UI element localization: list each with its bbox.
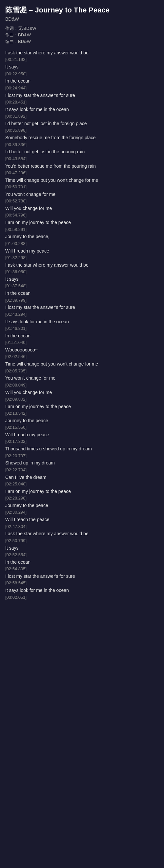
- lyric-timestamp: [02:05.795]: [5, 368, 159, 375]
- lyric-text: I ask the star where my answer would be: [5, 530, 159, 537]
- lyric-timestamp: [01:36.050]: [5, 269, 159, 276]
- lyric-block: Will I reach my peace[02:17.302]: [5, 431, 159, 445]
- lyric-block: Time will change but you won't change fo…: [5, 360, 159, 374]
- lyric-block: It says[01:37.548]: [5, 276, 159, 289]
- lyric-timestamp: [00:31.892]: [5, 113, 159, 120]
- lyric-block: Journey to the peace[02:15.550]: [5, 417, 159, 431]
- lyric-timestamp: [03:02.051]: [5, 594, 159, 601]
- lyric-block: You won't change for me[02:08.049]: [5, 374, 159, 389]
- lyric-block: I ask the star where my answer would be[…: [5, 49, 159, 63]
- lyric-timestamp: [02:50.799]: [5, 537, 159, 545]
- lyric-text: Will I reach the peace: [5, 516, 159, 523]
- lyric-timestamp: [00:22.950]: [5, 71, 159, 78]
- lyric-timestamp: [02:22.794]: [5, 467, 159, 474]
- lyric-text: It says look for me in the ocean: [5, 106, 159, 113]
- page-container: 陈雪凝 – Journey to The Peace BD&W 作词：无/BD&…: [5, 5, 159, 601]
- lyric-block: Will I reach my peace[01:32.298]: [5, 247, 159, 261]
- lyric-timestamp: [02:54.805]: [5, 566, 159, 572]
- lyric-timestamp: [02:20.797]: [5, 453, 159, 460]
- lyric-text: Will I reach my peace: [5, 431, 159, 438]
- lyric-timestamp: [00:50.791]: [5, 184, 159, 191]
- lyric-text: Thousand times u showed up in my dream: [5, 445, 159, 452]
- lyric-text: Will you change for me: [5, 205, 159, 212]
- lyric-timestamp: [00:24.944]: [5, 85, 159, 92]
- lyric-timestamp: [02:25.048]: [5, 481, 159, 488]
- lyric-timestamp: [02:17.302]: [5, 438, 159, 445]
- lyric-text: You'd better rescue me from the pouring …: [5, 162, 159, 170]
- lyric-timestamp: [01:32.298]: [5, 254, 159, 261]
- lyric-block: Can I live the dream[02:25.048]: [5, 474, 159, 488]
- lyric-text: Showed up in my dream: [5, 459, 159, 466]
- lyric-text: Journey to the peace: [5, 502, 159, 509]
- lyric-timestamp: [00:47.296]: [5, 170, 159, 177]
- lyric-text: In the ocean: [5, 289, 159, 297]
- lyric-timestamp: [01:39.799]: [5, 297, 159, 304]
- lyric-text: I ask the star where my answer would be: [5, 261, 159, 269]
- lyric-block: I am on my journey to the peace[02:28.29…: [5, 488, 159, 502]
- lyric-timestamp: [00:43.584]: [5, 156, 159, 162]
- lyric-block: Will you change for me[02:09.802]: [5, 389, 159, 403]
- lyric-text: Will I reach my peace: [5, 247, 159, 254]
- lyric-block: Time will change but you won't change fo…: [5, 177, 159, 191]
- lyric-timestamp: [00:35.898]: [5, 127, 159, 134]
- meta-line: 编曲：BD&W: [5, 39, 159, 44]
- lyric-timestamp: [02:13.542]: [5, 410, 159, 417]
- lyric-timestamp: [02:08.049]: [5, 382, 159, 389]
- lyric-text: I lost my star the answer's for sure: [5, 572, 159, 580]
- lyric-text: It says: [5, 63, 159, 70]
- lyric-block: It says[00:22.950]: [5, 63, 159, 77]
- lyric-block: It says[02:52.554]: [5, 545, 159, 558]
- lyric-text: I ask the star where my answer would be: [5, 49, 159, 56]
- lyric-text: Can I live the dream: [5, 474, 159, 481]
- lyric-timestamp: [01:46.801]: [5, 325, 159, 332]
- lyric-timestamp: [00:39.336]: [5, 142, 159, 148]
- lyric-timestamp: [01:37.548]: [5, 283, 159, 289]
- lyric-block: You'd better rescue me from the pouring …: [5, 162, 159, 177]
- lyric-text: Journey to the peace: [5, 417, 159, 424]
- lyric-block: I ask the star where my answer would be[…: [5, 530, 159, 544]
- lyric-text: It says look for me in the ocean: [5, 318, 159, 325]
- lyric-block: Will you change for me[00:54.796]: [5, 205, 159, 219]
- lyric-text: I lost my star the answer's for sure: [5, 92, 159, 99]
- lyric-text: I'd better not get lost in the pouring r…: [5, 148, 159, 155]
- lyric-timestamp: [02:28.298]: [5, 495, 159, 502]
- lyric-text: You won't change for me: [5, 191, 159, 198]
- lyric-timestamp: [02:30.294]: [5, 509, 159, 516]
- lyric-timestamp: [00:28.451]: [5, 99, 159, 106]
- lyric-timestamp: [02:52.554]: [5, 552, 159, 558]
- song-title: 陈雪凝 – Journey to The Peace: [5, 5, 159, 15]
- lyric-block: Journey to the peace[02:30.294]: [5, 502, 159, 516]
- lyric-timestamp: [01:43.294]: [5, 311, 159, 318]
- lyric-text: Time will change but you won't change fo…: [5, 177, 159, 184]
- lyric-text: You won't change for me: [5, 374, 159, 381]
- lyric-block: Journey to the peace,[01:00.288]: [5, 233, 159, 247]
- lyric-block: I lost my star the answer's for sure[01:…: [5, 304, 159, 318]
- lyric-block: I'd better not get lost in the foreign p…: [5, 120, 159, 134]
- lyric-timestamp: [01:00.288]: [5, 241, 159, 247]
- lyric-text: Will you change for me: [5, 389, 159, 396]
- lyric-block: Thousand times u showed up in my dream[0…: [5, 445, 159, 459]
- lyric-block: In the ocean[02:54.805]: [5, 558, 159, 572]
- lyrics-container: I ask the star where my answer would be[…: [5, 49, 159, 601]
- lyric-block: I lost my star the answer's for sure[02:…: [5, 572, 159, 587]
- lyric-timestamp: [00:21.192]: [5, 56, 159, 63]
- lyric-block: I ask the star where my answer would be[…: [5, 261, 159, 276]
- lyric-block: Somebody rescue me from the foreign plac…: [5, 134, 159, 148]
- lyric-text: Somebody rescue me from the foreign plac…: [5, 134, 159, 141]
- artist-name: BD&W: [5, 17, 159, 22]
- lyric-block: I'd better not get lost in the pouring r…: [5, 148, 159, 162]
- lyric-block: It says look for me in the ocean[01:46.8…: [5, 318, 159, 332]
- lyric-text: I'd better not get lost in the foreign p…: [5, 120, 159, 127]
- lyric-block: Showed up in my dream[02:22.794]: [5, 459, 159, 473]
- lyric-timestamp: [00:52.788]: [5, 198, 159, 205]
- lyric-block: In the ocean[01:39.799]: [5, 289, 159, 304]
- meta-line: 作词：无/BD&W: [5, 26, 159, 31]
- lyric-block: I am on my journey to the peace[02:13.54…: [5, 403, 159, 417]
- lyric-block: Will I reach the peace[02:47.304]: [5, 516, 159, 530]
- lyric-text: Woooooooooo~: [5, 346, 159, 353]
- lyric-text: Time will change but you won't change fo…: [5, 360, 159, 368]
- lyric-block: I lost my star the answer's for sure[00:…: [5, 92, 159, 106]
- lyric-block: You won't change for me[00:52.788]: [5, 191, 159, 205]
- lyric-block: I am on my journey to the peace[00:58.29…: [5, 219, 159, 233]
- lyric-text: It says look for me in the ocean: [5, 587, 159, 594]
